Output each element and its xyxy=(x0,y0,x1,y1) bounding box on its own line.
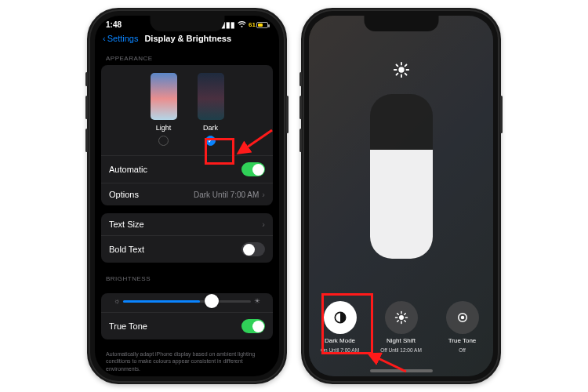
annotation-arrow-1 xyxy=(236,127,274,155)
brightness-card: ☼ ☀ True Tone xyxy=(101,293,273,339)
notch xyxy=(150,16,224,31)
nightshift-icon xyxy=(385,301,418,334)
svg-point-20 xyxy=(460,316,464,320)
status-time: 1:48 xyxy=(106,20,122,29)
phone-frame-settings: 1:48 ▮▮▮▮ 61 ‹ Settings Display & Bright… xyxy=(87,8,287,384)
svg-line-16 xyxy=(404,321,405,322)
light-radio[interactable] xyxy=(158,136,169,146)
appearance-dark[interactable]: Dark xyxy=(198,73,224,146)
options-value: Dark Until 7:00 AM xyxy=(194,191,259,199)
chevron-right-icon: › xyxy=(262,220,265,229)
brightness-fill xyxy=(370,150,433,259)
svg-line-18 xyxy=(404,314,405,315)
cc-truetone-title: True Tone xyxy=(448,337,477,344)
options-row[interactable]: Options Dark Until 7:00 AM› xyxy=(101,183,273,205)
annotation-highlight-dark xyxy=(205,138,234,165)
svg-line-6 xyxy=(405,74,406,75)
truetone-row[interactable]: True Tone xyxy=(101,312,273,339)
sun-small-icon: ☼ xyxy=(111,297,123,305)
svg-line-5 xyxy=(396,64,397,66)
wifi-icon xyxy=(238,20,246,29)
svg-line-8 xyxy=(405,64,406,66)
cc-nightshift-title: Night Shift xyxy=(387,337,416,344)
cc-truetone-button[interactable]: True Tone Off xyxy=(438,301,487,353)
brightness-sun-icon xyxy=(393,61,410,82)
truetone-help: Automatically adapt iPhone display based… xyxy=(95,347,279,376)
cc-nightshift-button[interactable]: Night Shift Off Until 12:00 AM xyxy=(377,301,426,353)
truetone-icon xyxy=(446,301,479,334)
brightness-section-label: BRIGHTNESS xyxy=(95,270,279,285)
control-center-screen: Dark Mode On Until 7:00 AM Night Shift O… xyxy=(309,16,493,376)
appearance-light[interactable]: Light xyxy=(151,73,177,146)
page-title: Display & Brightness xyxy=(144,34,231,43)
boldtext-label: Bold Text xyxy=(109,245,144,254)
textsize-label: Text Size xyxy=(109,220,144,229)
automatic-toggle[interactable] xyxy=(241,162,265,176)
options-label: Options xyxy=(109,190,139,199)
brightness-slider[interactable]: ☼ ☀ xyxy=(111,293,263,309)
svg-line-15 xyxy=(397,314,398,315)
svg-point-0 xyxy=(398,67,404,72)
light-preview xyxy=(151,73,177,120)
notch xyxy=(364,16,438,31)
appearance-section-label: APPEARANCE xyxy=(95,50,279,65)
text-card: Text Size › Bold Text xyxy=(101,213,273,263)
svg-line-7 xyxy=(396,74,397,75)
svg-point-10 xyxy=(399,315,404,320)
chevron-right-icon: › xyxy=(262,190,265,199)
boldtext-row[interactable]: Bold Text xyxy=(101,235,273,263)
annotation-highlight-cc-darkmode xyxy=(321,293,373,354)
cc-truetone-sub: Off xyxy=(459,347,466,353)
automatic-row[interactable]: Automatic xyxy=(101,155,273,183)
sun-large-icon: ☀ xyxy=(251,297,263,305)
automatic-label: Automatic xyxy=(109,165,147,174)
truetone-toggle[interactable] xyxy=(241,319,265,333)
back-label: Settings xyxy=(107,34,139,43)
settings-screen: 1:48 ▮▮▮▮ 61 ‹ Settings Display & Bright… xyxy=(95,16,279,376)
dark-label: Dark xyxy=(203,124,218,132)
truetone-label: True Tone xyxy=(109,321,147,331)
chevron-left-icon: ‹ xyxy=(103,34,106,43)
battery-icon: 61 xyxy=(249,21,268,28)
nav-bar: ‹ Settings Display & Brightness xyxy=(95,29,279,49)
annotation-arrow-2 xyxy=(367,351,408,375)
textsize-row[interactable]: Text Size › xyxy=(101,213,273,235)
back-button[interactable]: ‹ Settings xyxy=(103,34,138,43)
brightness-vertical-slider[interactable] xyxy=(370,94,433,259)
slider-knob[interactable] xyxy=(205,294,219,308)
boldtext-toggle[interactable] xyxy=(241,242,265,256)
dark-preview xyxy=(198,73,224,120)
svg-line-17 xyxy=(397,321,398,322)
phone-frame-control-center: Dark Mode On Until 7:00 AM Night Shift O… xyxy=(301,8,501,384)
light-label: Light xyxy=(156,124,172,132)
